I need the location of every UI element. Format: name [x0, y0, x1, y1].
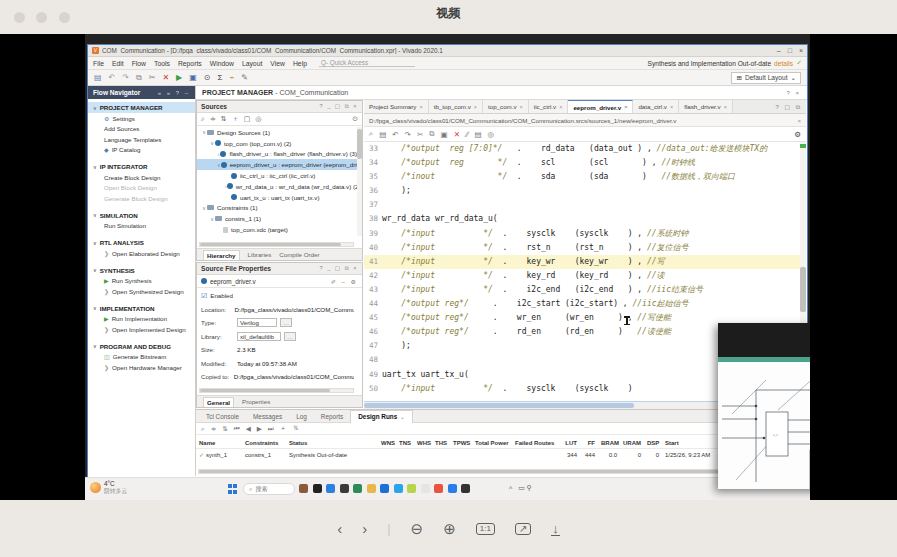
sidebar-section-implementation[interactable]: ∨IMPLEMENTATION: [88, 303, 195, 314]
property-combo[interactable]: xil_defaultlib: [237, 332, 281, 341]
download-button[interactable]: ↓: [551, 522, 560, 536]
taskbar-app-icon[interactable]: [380, 484, 389, 493]
save-icon[interactable]: ▤: [94, 74, 102, 82]
taskbar-search[interactable]: ⌕ 搜索: [243, 483, 295, 495]
menu-help[interactable]: Help: [293, 60, 307, 67]
sidebar-item-generate-block-design[interactable]: Generate Block Design: [88, 193, 195, 204]
editor-tab-flash_driver-v[interactable]: flash_driver.v×: [679, 100, 733, 113]
taskbar-app-icon[interactable]: [434, 484, 443, 493]
code-line[interactable]: 33 /*output reg [7:0]*/ . rd_data (data_…: [364, 142, 800, 156]
collapse-icon[interactable]: ⇅: [221, 115, 227, 123]
percent-icon[interactable]: ％: [292, 424, 299, 433]
sidebar-section-ip-integrator[interactable]: ∨IP INTEGRATOR: [88, 161, 195, 172]
sidebar-item-settings[interactable]: ⚙Settings: [88, 113, 195, 124]
pause-icon[interactable]: ▣: [189, 74, 197, 82]
taskbar-app-icon[interactable]: [461, 484, 470, 493]
code-line[interactable]: 42 /*input */ . key_rd (key_rd ) , //读: [364, 269, 800, 283]
minimize-icon[interactable]: –: [777, 47, 781, 54]
ellipsis-button[interactable]: …: [280, 318, 292, 327]
last-icon[interactable]: ⏭: [268, 425, 274, 433]
ellipsis-button[interactable]: …: [284, 332, 296, 341]
runs-hscrollbar[interactable]: [198, 469, 798, 474]
first-icon[interactable]: ⏮: [234, 425, 240, 433]
zoom-out-button[interactable]: ⊖: [411, 521, 424, 536]
zoom-in-button[interactable]: ⊕: [443, 521, 456, 536]
flow-navigator-header-icons[interactable]: « » ? –: [158, 90, 190, 96]
properties-hscrollbar[interactable]: [199, 388, 354, 393]
sidebar-item-open-elaborated-design[interactable]: ❯Open Elaborated Design: [88, 248, 195, 259]
code-line[interactable]: 38wr_rd_data wr_rd_data_u(: [364, 212, 800, 226]
probe-icon[interactable]: ⌁: [229, 74, 234, 82]
start-button[interactable]: [228, 484, 238, 494]
editor-tab-top_com-v[interactable]: top_com.v×: [483, 100, 529, 113]
code-line[interactable]: 35 /*inout */ . sda (sda ) //数据线，双向端口: [364, 170, 800, 184]
maximize-icon[interactable]: □: [788, 47, 792, 54]
menu-view[interactable]: View: [270, 60, 285, 67]
menu-window[interactable]: Window: [210, 60, 234, 67]
tree-item[interactable]: uart_tx_u : uart_tx (uart_tx.v): [197, 192, 357, 203]
close-icon[interactable]: ×: [520, 104, 523, 110]
properties-window-icons[interactable]: ? _ ▢ ⧉ ×: [320, 265, 358, 272]
sidebar-section-program-and-debug[interactable]: ∨PROGRAM AND DEBUG: [88, 341, 195, 352]
menu-reports[interactable]: Reports: [178, 60, 202, 67]
tab-design-runs[interactable]: Design Runs⌄: [350, 410, 412, 423]
undo-icon[interactable]: ↶: [109, 74, 116, 82]
sidebar-item-open-implemented-design[interactable]: ❯Open Implemented Design: [88, 324, 195, 335]
sidebar-item-open-block-design[interactable]: Open Block Design: [88, 183, 195, 194]
code-line[interactable]: 39 /*input */ . sysclk (sysclk ) , //系统时…: [364, 227, 800, 241]
close-icon[interactable]: ×: [419, 104, 422, 110]
add-sources-icon[interactable]: ＋: [232, 114, 239, 124]
edit-icon[interactable]: ✎: [241, 74, 248, 82]
tray-icon[interactable]: ⚲: [527, 484, 532, 491]
code-line[interactable]: 41 /*input */ . key_wr (key_wr ) , //写: [364, 255, 800, 269]
taskbar-app-icon[interactable]: [353, 484, 362, 493]
back-icon[interactable]: ◀: [246, 425, 251, 433]
sidebar-section-simulation[interactable]: ∨SIMULATION: [88, 210, 195, 221]
delete-icon[interactable]: ✕: [454, 130, 460, 139]
taskbar-app-icon[interactable]: [340, 484, 349, 493]
editor-tabbar-icons[interactable]: ? ▢ ⧉: [775, 103, 806, 111]
sum-icon[interactable]: Σ: [218, 74, 223, 82]
tree-item[interactable]: ∨eeprom_driver_u : eeprom_driver (eeprom…: [197, 159, 357, 170]
layout-selector[interactable]: ⊞ Default Layout ⌄: [731, 72, 801, 84]
close-icon[interactable]: ×: [797, 117, 801, 124]
taskbar-app-icon[interactable]: [367, 484, 376, 493]
sidebar-section-project-manager[interactable]: ∨PROJECT MANAGER: [88, 102, 195, 113]
editor-tab-project-summary[interactable]: Project Summary×: [364, 100, 429, 113]
expand-all-icon[interactable]: ≑: [210, 115, 216, 123]
scope-icon[interactable]: ◎: [255, 115, 261, 123]
paste-icon[interactable]: ▣: [441, 130, 448, 139]
tree-item[interactable]: ∨Design Sources (1): [197, 127, 357, 138]
tab-log[interactable]: Log: [289, 410, 314, 423]
tree-item[interactable]: iic_ctrl_u : iic_ctrl (iic_ctrl.v): [197, 170, 357, 181]
close-icon[interactable]: ×: [799, 47, 803, 54]
taskbar-app-icon[interactable]: [299, 484, 308, 493]
pip-overlay-window[interactable]: u_x wr_d rd_d en: [718, 323, 810, 489]
sidebar-item-open-hardware-manager[interactable]: ❯Open Hardware Manager: [88, 362, 195, 373]
tab-hierarchy[interactable]: Hierarchy: [203, 250, 240, 260]
tab-tcl-console[interactable]: Tcl Console: [199, 410, 246, 423]
editor-tab-iic_ctrl-v[interactable]: iic_ctrl.v×: [529, 100, 569, 113]
sidebar-item-generate-bitstream[interactable]: ◫Generate Bitstream: [88, 352, 195, 363]
cut-icon[interactable]: ✂: [417, 130, 423, 139]
tree-item[interactable]: ›Simulation Sources (1): [197, 235, 357, 236]
gear-icon[interactable]: ⚙: [794, 130, 801, 139]
close-icon[interactable]: ×: [474, 104, 477, 110]
video-frame[interactable]: V COM_Communication - [D:/fpga_class/viv…: [85, 34, 810, 500]
tray-caret-icon[interactable]: ^: [509, 485, 512, 492]
code-line[interactable]: 34 /*output reg */ . scl (scl ) , //时钟线: [364, 156, 800, 170]
menu-flow[interactable]: Flow: [132, 60, 146, 67]
cut-icon[interactable]: ✂: [149, 74, 156, 82]
search-icon[interactable]: ⌕: [201, 425, 205, 433]
filter-icon[interactable]: ▢: [244, 115, 251, 123]
tree-item[interactable]: ∨Constraints (1): [197, 203, 357, 214]
checkbox-checked-icon[interactable]: ☑: [201, 292, 207, 300]
actual-size-button[interactable]: 1:1: [476, 523, 495, 535]
sidebar-item-language-templates[interactable]: Language Templates: [88, 134, 195, 145]
menu-tools[interactable]: Tools: [154, 60, 170, 67]
save-file-icon[interactable]: ▤: [379, 130, 386, 139]
tab-compile-order[interactable]: Compile Order: [279, 251, 319, 258]
redo-icon[interactable]: ↷: [405, 130, 411, 139]
hint-icon[interactable]: ◎: [488, 130, 495, 139]
code-line[interactable]: 43 /*input */ . i2c_end (i2c_end ) , //i…: [364, 283, 800, 297]
